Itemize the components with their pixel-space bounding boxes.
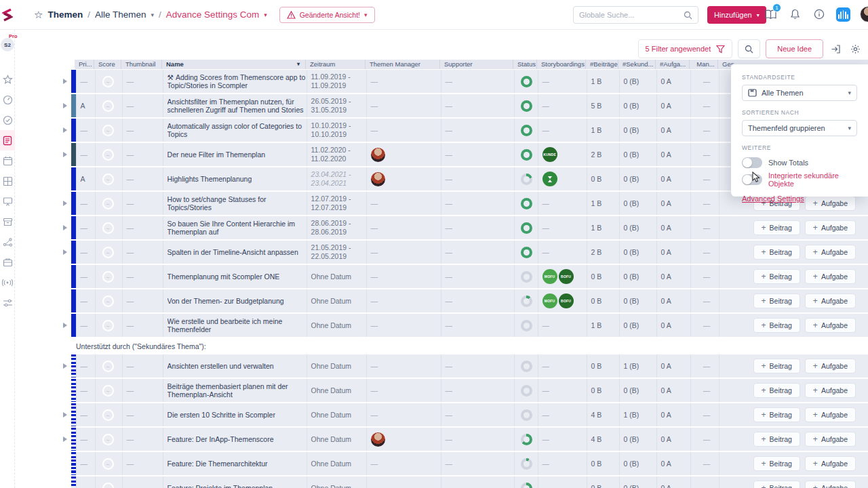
name-cell[interactable]: Wie erstelle und bearbeite ich meine The… [163, 314, 307, 337]
add-aufgabe-button[interactable]: +Aufgabe [805, 456, 856, 471]
breadcrumb-section[interactable]: Themen [47, 9, 83, 20]
score-circle[interactable]: – [102, 149, 114, 161]
sidebar-item-favorites[interactable] [0, 69, 15, 89]
breadcrumb-view[interactable]: Alle Themen [95, 9, 146, 20]
expand-arrow-icon[interactable] [63, 201, 67, 206]
score-circle[interactable]: – [102, 174, 114, 185]
export-button[interactable] [829, 39, 843, 58]
add-aufgabe-button[interactable]: +Aufgabe [805, 318, 856, 333]
status-donut[interactable] [521, 361, 532, 372]
status-donut[interactable] [521, 247, 532, 258]
topic-row-card[interactable]: —–—Themenplanung mit Scompler ONEOhne Da… [71, 265, 868, 288]
user-avatar[interactable] [860, 6, 868, 22]
add-beitrag-button[interactable]: +Beitrag [753, 383, 800, 398]
column-header-thumb[interactable]: Thumbnail [121, 60, 161, 69]
add-button[interactable]: Hinzufügen ▾ [707, 6, 766, 24]
column-header-score[interactable]: Score [94, 60, 121, 69]
column-header-sup[interactable]: Supporter [439, 60, 513, 69]
status-donut[interactable] [521, 458, 532, 470]
score-circle[interactable]: – [102, 222, 114, 234]
show-totals-toggle[interactable] [742, 157, 762, 168]
topic-row-card[interactable]: —–—So bauen Sie Ihre Content Hierarchie … [71, 216, 868, 239]
topic-row-card[interactable]: —–—Die ersten 10 Schritte in ScomplerOhn… [71, 403, 868, 426]
add-aufgabe-button[interactable]: +Aufgabe [805, 269, 856, 284]
expand-arrow-icon[interactable] [63, 225, 67, 230]
changed-view-button[interactable]: Geänderte Ansicht! ▾ [279, 7, 375, 23]
name-cell[interactable]: Der neue Filter im Themenplan [163, 143, 307, 166]
filters-applied-button[interactable]: 5 Filter angewendet [638, 39, 733, 58]
add-beitrag-button[interactable]: +Beitrag [753, 269, 800, 284]
name-cell[interactable]: How to set/change Statuses for Topics/St… [163, 192, 307, 215]
topic-row-card[interactable]: —–—Feature: Projekte im ThemenplanOhne D… [71, 476, 868, 488]
storyboard-badge[interactable]: MOFU [542, 269, 557, 284]
academy-book-icon[interactable]: 1 [763, 4, 778, 24]
storyboard-badge[interactable]: KUNDE [542, 147, 557, 162]
status-donut[interactable] [521, 222, 532, 234]
expand-arrow-icon[interactable] [63, 127, 67, 133]
column-header-name[interactable]: Name▾ [161, 60, 305, 69]
add-aufgabe-button[interactable]: +Aufgabe [805, 293, 856, 308]
score-circle[interactable]: – [102, 247, 114, 258]
status-donut[interactable] [521, 198, 532, 209]
add-beitrag-button[interactable]: +Beitrag [753, 481, 800, 488]
add-aufgabe-button[interactable]: +Aufgabe [805, 245, 856, 260]
add-aufgabe-button[interactable]: +Aufgabe [805, 481, 856, 488]
name-cell[interactable]: Themenplanung mit Scompler ONE [163, 265, 307, 288]
score-circle[interactable]: – [102, 271, 114, 283]
topic-row-card[interactable]: —–—Feature: Der InApp-ThemenscoreOhne Da… [71, 428, 868, 451]
score-circle[interactable]: – [102, 385, 114, 396]
sidebar-item-distribution[interactable] [0, 232, 15, 252]
column-header-beit[interactable]: #Beiträge [585, 60, 618, 69]
info-icon[interactable] [812, 4, 827, 24]
status-donut[interactable] [521, 174, 532, 185]
status-donut[interactable] [521, 409, 532, 421]
column-header-man[interactable]: Man... [689, 60, 717, 69]
column-header-auf[interactable]: #Aufga... [655, 60, 689, 69]
status-donut[interactable] [521, 100, 532, 112]
messenger-icon[interactable] [836, 7, 850, 22]
name-cell[interactable]: Von der Themen- zur Budgetplanung [163, 289, 307, 312]
column-header-status[interactable]: Status [513, 60, 536, 69]
topic-row-card[interactable]: —–—Feature: Die ThemenarchitekturOhne Da… [71, 452, 868, 475]
chevron-down-icon[interactable]: ▾ [151, 12, 155, 18]
topic-row-card[interactable]: —–—Beiträge themenbasiert planen mit der… [71, 379, 868, 402]
sidebar-item-dashboard[interactable] [0, 89, 15, 110]
name-cell[interactable]: Spalten in der Timeline-Ansicht anpassen [163, 241, 307, 264]
add-beitrag-button[interactable]: +Beitrag [753, 220, 800, 235]
name-cell[interactable]: ⚒Adding Scores from Themenscore app to T… [163, 70, 307, 93]
expand-arrow-icon[interactable] [63, 436, 67, 442]
expand-arrow-icon[interactable] [63, 323, 67, 328]
new-idea-button[interactable]: Neue Idee [766, 39, 823, 58]
score-circle[interactable]: – [102, 76, 114, 87]
status-donut[interactable] [521, 320, 532, 331]
sidebar-item-tasks[interactable] [0, 110, 15, 130]
add-beitrag-button[interactable]: +Beitrag [753, 359, 800, 373]
table-search-button[interactable] [738, 39, 760, 58]
standard-page-select[interactable]: Alle Themen ▾ [742, 85, 857, 101]
storyboard-badge[interactable]: MOFU [542, 293, 557, 308]
sidebar-item-presentation[interactable] [0, 191, 15, 211]
storyboard-badge[interactable]: BOFU [559, 269, 574, 284]
topic-row-card[interactable]: —–—Ansichten erstellen und verwaltenOhne… [71, 354, 868, 378]
add-aufgabe-button[interactable]: +Aufgabe [805, 383, 856, 398]
add-aufgabe-button[interactable]: +Aufgabe [805, 407, 856, 422]
add-aufgabe-button[interactable]: +Aufgabe [805, 220, 856, 235]
expand-arrow-icon[interactable] [63, 79, 67, 84]
status-donut[interactable] [521, 76, 532, 87]
bell-icon[interactable] [787, 4, 802, 24]
column-header-story[interactable]: Storyboardings [536, 60, 585, 69]
advanced-settings-link[interactable]: Advanced Settings [742, 195, 804, 203]
manager-avatar[interactable] [371, 172, 385, 186]
expand-arrow-icon[interactable] [63, 412, 67, 418]
view-settings-button[interactable] [848, 39, 863, 58]
add-aufgabe-button[interactable]: +Aufgabe [805, 359, 856, 373]
global-search-input[interactable] [579, 11, 684, 19]
add-beitrag-button[interactable]: +Beitrag [753, 407, 800, 422]
score-circle[interactable]: – [102, 409, 114, 421]
breadcrumb-item[interactable]: Advance Settings Com [166, 9, 259, 20]
score-circle[interactable]: – [102, 100, 114, 112]
column-header-sek[interactable]: #Sekund... [618, 60, 655, 69]
add-beitrag-button[interactable]: +Beitrag [753, 293, 800, 308]
column-header-zeit[interactable]: Zeitraum [305, 60, 365, 69]
status-donut[interactable] [521, 385, 532, 396]
